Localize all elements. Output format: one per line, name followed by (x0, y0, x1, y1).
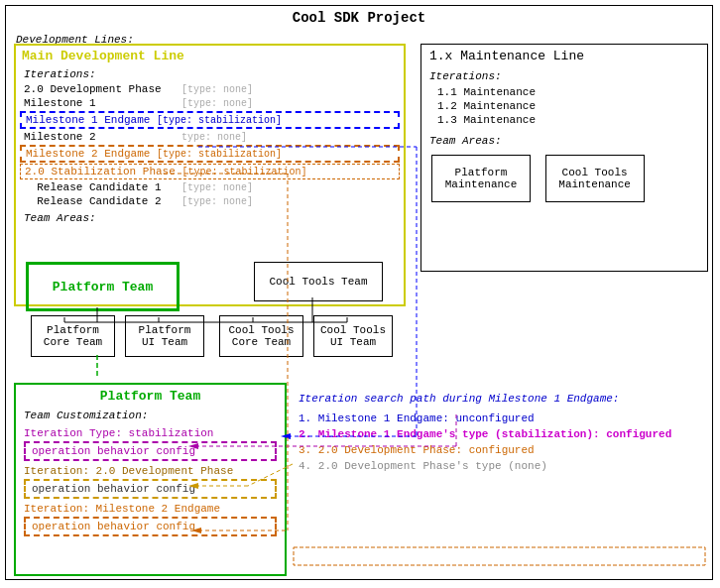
config-box-2: operation behavior config (24, 479, 277, 499)
annotation-item-3: 3. 2.0 Development Phase: configured (299, 442, 715, 458)
main-dev-line-title: Main Development Line (16, 46, 404, 66)
config-box-1: operation behavior config (24, 441, 277, 461)
annotation-item-4: 4. 2.0 Development Phase's type (none) (299, 458, 715, 474)
iter-name-1: 2.0 Development Phase (24, 83, 178, 95)
config-box-3: operation behavior config (24, 517, 277, 536)
cool-tools-core-team-label: Cool ToolsCore Team (228, 324, 294, 348)
maintenance-line-box: 1.x Maintenance Line Iterations: 1.1 Mai… (420, 44, 708, 272)
ann-num-2: 2. (299, 428, 318, 440)
iter-row-3: Milestone 1 Endgame [type: stabilization… (20, 111, 400, 129)
maint-iter-1: 1.1 Maintenance (421, 85, 707, 99)
iter-row-4: Milestone 2 type: none] (16, 130, 404, 144)
config-section-3: Iteration: Milestone 2 Endgame operation… (24, 503, 277, 536)
platform-team-label: Platform Team (53, 280, 153, 294)
expanded-platform-team-box: Platform Team Team Customization: Iterat… (14, 383, 287, 576)
iter-name-8: Release Candidate 2 (24, 195, 178, 207)
ann-text-3: 2.0 Development Phase: configured (318, 444, 535, 456)
maint-team-areas-container: PlatformMaintenance Cool ToolsMaintenanc… (421, 151, 707, 206)
annotation-item-2: 2. Milestone 1 Endgame's type (stabiliza… (299, 426, 715, 442)
iter-type-3: [type: stabilization] (157, 115, 282, 126)
platform-core-team-box: PlatformCore Team (31, 315, 115, 357)
platform-maintenance-label: PlatformMaintenance (445, 167, 518, 190)
team-customization-label: Team Customization: (16, 408, 285, 423)
platform-core-team-label: PlatformCore Team (44, 324, 102, 348)
expanded-platform-title: Platform Team (16, 385, 285, 408)
ann-text-4: 2.0 Development Phase's type (none) (318, 460, 547, 472)
annotation-box: Iteration search path during Milestone 1… (299, 393, 715, 551)
iter-row-6: 2.0 Stabilization Phase [type: stabiliza… (20, 164, 400, 179)
platform-ui-team-label: PlatformUI Team (139, 324, 191, 348)
iter-name-4: Milestone 2 (24, 131, 178, 143)
iterations-label-2: Iterations: (421, 67, 707, 85)
iter-type-2: [type: none] (181, 98, 253, 109)
iter-name-7: Release Candidate 1 (24, 181, 178, 193)
annotation-title: Iteration search path during Milestone 1… (299, 393, 715, 411)
cool-tools-maintenance-label: Cool ToolsMaintenance (558, 167, 631, 190)
ann-num-4: 4. (299, 460, 318, 472)
iter-type-4: type: none] (181, 132, 247, 143)
config-type-label-3: Iteration: Milestone 2 Endgame (24, 503, 277, 515)
cool-tools-ui-team-label: Cool ToolsUI Team (320, 324, 386, 348)
iter-type-7: [type: none] (181, 182, 253, 193)
maint-iter-3: 1.3 Maintenance (421, 113, 707, 127)
ann-num-1: 1. (299, 412, 318, 424)
iter-name-5: Milestone 2 Endgame (26, 148, 150, 160)
cool-tools-core-team-box: Cool ToolsCore Team (219, 315, 303, 357)
cool-tools-team-label: Cool Tools Team (269, 276, 367, 288)
platform-maintenance-box: PlatformMaintenance (431, 155, 531, 202)
maintenance-line-title: 1.x Maintenance Line (421, 45, 707, 67)
iter-type-8: [type: none] (181, 196, 253, 207)
cool-tools-maintenance-box: Cool ToolsMaintenance (545, 155, 645, 202)
main-title: Cool SDK Project (6, 6, 712, 28)
ann-text-2: Milestone 1 Endgame's type (stabilizatio… (318, 428, 671, 440)
annotation-item-1: 1. Milestone 1 Endgame: unconfigured (299, 411, 715, 426)
main-container: Cool SDK Project Development Lines: Main… (5, 5, 713, 580)
iterations-label-1: Iterations: (16, 66, 404, 82)
maint-iter-2: 1.2 Maintenance (421, 99, 707, 113)
platform-ui-team-box: PlatformUI Team (125, 315, 204, 357)
team-areas-label-2: Team Areas: (421, 127, 707, 151)
iter-type-6: [type: stabilization] (181, 167, 306, 177)
config-type-label-2: Iteration: 2.0 Development Phase (24, 465, 277, 477)
iter-type-1: [type: none] (181, 84, 253, 95)
iter-row-5: Milestone 2 Endgame [type: stabilization… (20, 145, 400, 163)
ann-num-3: 3. (299, 444, 318, 456)
platform-team-box: Platform Team (26, 262, 180, 311)
iter-name-6: 2.0 Stabilization Phase (25, 166, 176, 177)
config-section-2: Iteration: 2.0 Development Phase operati… (24, 465, 277, 499)
iter-row-1: 2.0 Development Phase [type: none] (16, 82, 404, 96)
team-areas-label-1: Team Areas: (16, 208, 404, 226)
config-section-1: Iteration Type: stabilization operation … (24, 427, 277, 461)
cool-tools-team-box: Cool Tools Team (254, 262, 383, 301)
iter-row-7: Release Candidate 1 [type: none] (16, 180, 404, 194)
iter-row-2: Milestone 1 [type: none] (16, 96, 404, 110)
ann-text-1: Milestone 1 Endgame: unconfigured (318, 412, 535, 424)
iter-type-5: [type: stabilization] (157, 149, 282, 160)
cool-tools-ui-team-box: Cool ToolsUI Team (313, 315, 393, 357)
config-type-label-1: Iteration Type: stabilization (24, 427, 277, 439)
iter-name-3: Milestone 1 Endgame (26, 114, 150, 126)
iter-name-2: Milestone 1 (24, 97, 178, 109)
iter-row-8: Release Candidate 2 [type: none] (16, 194, 404, 208)
